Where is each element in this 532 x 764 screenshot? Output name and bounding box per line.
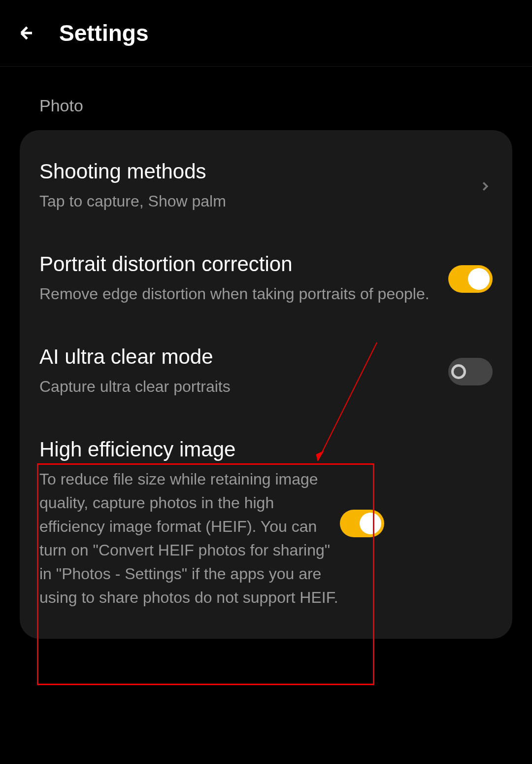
setting-ai-ultra-clear[interactable]: AI ultra clear mode Capture ultra clear …	[20, 325, 512, 418]
setting-title: AI ultra clear mode	[39, 345, 448, 369]
setting-subtitle: Tap to capture, Show palm	[39, 189, 478, 213]
toggle-knob	[360, 513, 381, 534]
setting-subtitle: Capture ultra clear portraits	[39, 375, 448, 398]
page-title: Settings	[59, 20, 148, 46]
setting-high-efficiency[interactable]: High efficiency image To reduce file siz…	[20, 418, 512, 629]
setting-subtitle: Remove edge distortion when taking portr…	[39, 282, 448, 306]
setting-content: Shooting methods Tap to capture, Show pa…	[39, 160, 478, 213]
toggle-knob	[451, 364, 466, 379]
setting-subtitle: To reduce file size while retaining imag…	[39, 467, 340, 609]
header: Settings	[0, 0, 532, 67]
chevron-right-icon	[478, 179, 493, 194]
toggle-ai-ultra-clear[interactable]	[448, 358, 493, 385]
setting-portrait-distortion[interactable]: Portrait distortion correction Remove ed…	[20, 233, 512, 325]
setting-title: High efficiency image	[39, 438, 340, 461]
back-button[interactable]	[15, 21, 39, 45]
arrow-left-icon	[17, 23, 37, 43]
toggle-high-efficiency[interactable]	[340, 510, 384, 537]
setting-content: High efficiency image To reduce file siz…	[39, 438, 340, 609]
toggle-portrait-distortion[interactable]	[448, 265, 493, 293]
setting-content: Portrait distortion correction Remove ed…	[39, 252, 448, 306]
setting-title: Portrait distortion correction	[39, 252, 448, 276]
settings-card: Shooting methods Tap to capture, Show pa…	[20, 130, 512, 639]
setting-shooting-methods[interactable]: Shooting methods Tap to capture, Show pa…	[20, 140, 512, 233]
setting-title: Shooting methods	[39, 160, 478, 183]
section-label-photo: Photo	[0, 67, 532, 130]
setting-content: AI ultra clear mode Capture ultra clear …	[39, 345, 448, 398]
toggle-knob	[468, 268, 490, 290]
